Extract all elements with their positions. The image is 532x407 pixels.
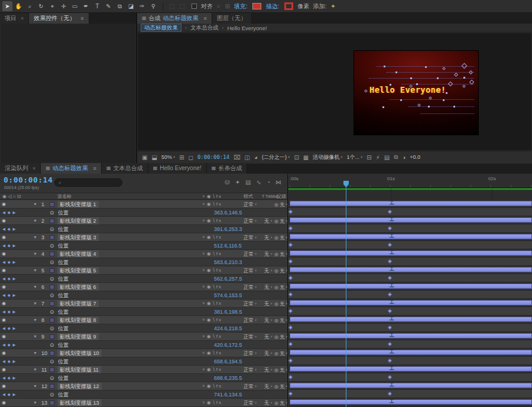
keyframe-icon[interactable] bbox=[388, 226, 392, 230]
property-name-position[interactable]: 位置 bbox=[58, 357, 69, 366]
close-tab-icon[interactable]: × bbox=[21, 13, 24, 24]
keyframe-icon[interactable] bbox=[288, 226, 293, 230]
exposure-value[interactable]: +0.0 bbox=[410, 154, 420, 160]
visibility-eye-icon[interactable]: ◉ bbox=[2, 217, 6, 225]
twirl-arrow-icon[interactable]: ▼ bbox=[33, 283, 37, 291]
motion-blur-icon[interactable]: ◔ bbox=[267, 179, 270, 185]
parent-dropdown[interactable]: ◎ 无▾ bbox=[274, 233, 287, 242]
visibility-eye-icon[interactable]: ◉ bbox=[2, 266, 6, 275]
keyframe-icon[interactable] bbox=[388, 309, 392, 313]
close-tab-icon[interactable]: × bbox=[33, 163, 35, 174]
parent-dropdown[interactable]: ◎ 无▾ bbox=[274, 349, 287, 357]
keyframe-navigator[interactable]: ◀ ◆ ▶ bbox=[2, 324, 17, 333]
blend-mode-dropdown[interactable]: 正常▾ bbox=[244, 250, 257, 258]
parent-dropdown[interactable]: ◎ 无▾ bbox=[274, 250, 287, 258]
label-color-chip[interactable] bbox=[50, 268, 54, 273]
stroke-width-label[interactable]: 像素 bbox=[298, 2, 310, 11]
grid-options-icon[interactable]: ⊞ bbox=[225, 3, 230, 9]
layer-row[interactable]: ◉▼10影线划变摆版 10⚬◉∖fx正常▾无▾◎ 无▾ bbox=[0, 349, 287, 357]
hide-shy-layers-icon[interactable]: ▤ bbox=[245, 179, 251, 185]
layer-duration-bar[interactable]: 工 bbox=[290, 201, 532, 206]
keyframe-icon[interactable] bbox=[288, 359, 293, 363]
stopwatch-icon[interactable]: ⊙ bbox=[50, 291, 54, 299]
keyframe-navigator[interactable]: ◀ ◆ ▶ bbox=[2, 308, 17, 316]
camera-tool-icon[interactable]: ⌖ bbox=[47, 1, 57, 11]
layer-duration-bar[interactable]: 工 bbox=[290, 267, 532, 272]
breadcrumb-item-current[interactable]: 动态标题效果 bbox=[141, 24, 181, 32]
stopwatch-icon[interactable]: ⊙ bbox=[50, 209, 54, 217]
layer-track-row[interactable]: 工 bbox=[288, 365, 532, 373]
layer-track-row[interactable]: 工 bbox=[288, 249, 532, 258]
blend-mode-dropdown[interactable]: 正常▾ bbox=[244, 349, 257, 357]
blend-mode-dropdown[interactable]: 正常▾ bbox=[244, 217, 257, 225]
layer-switches[interactable]: ⚬◉∖fx bbox=[202, 349, 222, 357]
tab-0[interactable]: 渲染队列× bbox=[0, 163, 41, 174]
layer-row[interactable]: ◉▼4影线划变摆版 4⚬◉∖fx正常▾无▾◎ 无▾ bbox=[0, 250, 287, 258]
layer-track-row[interactable]: 工 bbox=[288, 282, 532, 291]
layer-name[interactable]: 影线划变摆版 8 bbox=[57, 317, 99, 324]
layer-duration-bar[interactable]: 工 bbox=[290, 300, 532, 305]
stopwatch-icon[interactable]: ⊙ bbox=[50, 357, 54, 366]
layer-switches[interactable]: ⚬◉∖fx bbox=[202, 266, 222, 275]
blend-mode-dropdown[interactable]: 正常▾ bbox=[244, 399, 257, 407]
keyframe-icon[interactable] bbox=[288, 309, 293, 313]
layer-switches[interactable]: ⚬◉∖fx bbox=[202, 250, 222, 258]
property-row[interactable]: ◀ ◆ ▶⊙位置424.6,218.5 bbox=[0, 324, 287, 333]
layer-name[interactable]: 影线划变摆版 10 bbox=[57, 350, 102, 357]
twirl-arrow-icon[interactable]: ▼ bbox=[33, 349, 37, 357]
visibility-eye-icon[interactable]: ◉ bbox=[2, 349, 6, 357]
keyframe-icon[interactable] bbox=[288, 259, 293, 263]
property-name-position[interactable]: 位置 bbox=[58, 390, 69, 399]
layer-track-row[interactable]: 工 bbox=[288, 349, 532, 357]
twirl-arrow-icon[interactable]: ▼ bbox=[33, 399, 37, 407]
layer-switches[interactable]: ⚬◉∖fx bbox=[202, 233, 222, 242]
layer-track-row[interactable]: 工 bbox=[288, 332, 532, 340]
stopwatch-icon[interactable]: ⊙ bbox=[50, 374, 54, 382]
time-ruler[interactable]: :00s 01s 02s bbox=[288, 174, 532, 188]
visibility-eye-icon[interactable]: ◉ bbox=[2, 283, 6, 291]
shape-tool-icon[interactable]: ▭ bbox=[70, 1, 80, 11]
property-name-position[interactable]: 位置 bbox=[58, 308, 69, 316]
timeline-track-pane[interactable]: :00s 01s 02s 工工工工工工工工工工工工工 bbox=[288, 174, 532, 407]
tab-0[interactable]: 项目× bbox=[0, 13, 29, 24]
add-effect-icon[interactable]: ✦ bbox=[330, 3, 335, 9]
layer-name[interactable]: 影线划变摆版 5 bbox=[57, 267, 99, 274]
visibility-eye-icon[interactable]: ◉ bbox=[2, 299, 6, 308]
layer-track-row[interactable]: 工 bbox=[288, 315, 532, 324]
trkmat-dropdown[interactable]: 无▾ bbox=[264, 217, 273, 225]
layer-row[interactable]: ◉▼13影线划变摆版 13⚬◉∖fx正常▾无▾◎ 无▾ bbox=[0, 399, 287, 407]
work-area-bar[interactable] bbox=[288, 188, 532, 190]
property-row[interactable]: ◀ ◆ ▶⊙位置583.6,210.3 bbox=[0, 258, 287, 266]
property-row[interactable]: ◀ ◆ ▶⊙位置391.6,253.3 bbox=[0, 225, 287, 233]
trkmat-dropdown[interactable]: 无▾ bbox=[264, 333, 273, 341]
layer-name[interactable]: 影线划变摆版 6 bbox=[57, 284, 99, 291]
tab-3[interactable]: ▦Hello Everyone! bbox=[148, 163, 207, 174]
parent-dropdown[interactable]: ◎ 无▾ bbox=[274, 399, 287, 407]
parent-dropdown[interactable]: ◎ 无▾ bbox=[274, 382, 287, 390]
keyframe-navigator[interactable]: ◀ ◆ ▶ bbox=[2, 209, 17, 217]
parent-dropdown[interactable]: ◎ 无▾ bbox=[274, 333, 287, 341]
zoom-tool-icon[interactable]: ⌕ bbox=[25, 1, 35, 11]
label-color-chip[interactable] bbox=[50, 318, 54, 323]
draft-3d-icon[interactable]: ✦ bbox=[235, 179, 240, 185]
position-value[interactable]: 658.6,194.5 bbox=[214, 357, 242, 366]
layer-name[interactable]: 影线划变摆版 13 bbox=[57, 399, 102, 406]
align-checkbox[interactable] bbox=[192, 4, 197, 9]
label-color-chip[interactable] bbox=[50, 301, 54, 306]
visibility-eye-icon[interactable]: ◉ bbox=[2, 399, 6, 407]
frame-blending-icon[interactable]: ∿ bbox=[257, 179, 261, 185]
property-name-position[interactable]: 位置 bbox=[58, 209, 69, 217]
keyframe-icon[interactable] bbox=[288, 325, 293, 330]
parent-dropdown[interactable]: ◎ 无▾ bbox=[274, 299, 287, 308]
clone-stamp-tool-icon[interactable]: ⧉ bbox=[115, 1, 125, 11]
column-switches[interactable]: ⚬◉∖fx bbox=[202, 193, 222, 200]
keyframe-icon[interactable] bbox=[388, 243, 392, 247]
pan-behind-tool-icon[interactable]: ✛ bbox=[59, 1, 69, 11]
column-source-name[interactable]: 源名称 bbox=[57, 193, 72, 200]
tab-1[interactable]: 图层（无） bbox=[212, 13, 252, 24]
keyframe-navigator[interactable]: ◀ ◆ ▶ bbox=[2, 341, 17, 349]
trkmat-dropdown[interactable]: 无▾ bbox=[264, 349, 273, 357]
keyframe-icon[interactable] bbox=[288, 243, 293, 247]
magnification-icon[interactable]: ▣ bbox=[142, 154, 147, 161]
position-value[interactable]: 574.6,153.5 bbox=[214, 291, 242, 299]
